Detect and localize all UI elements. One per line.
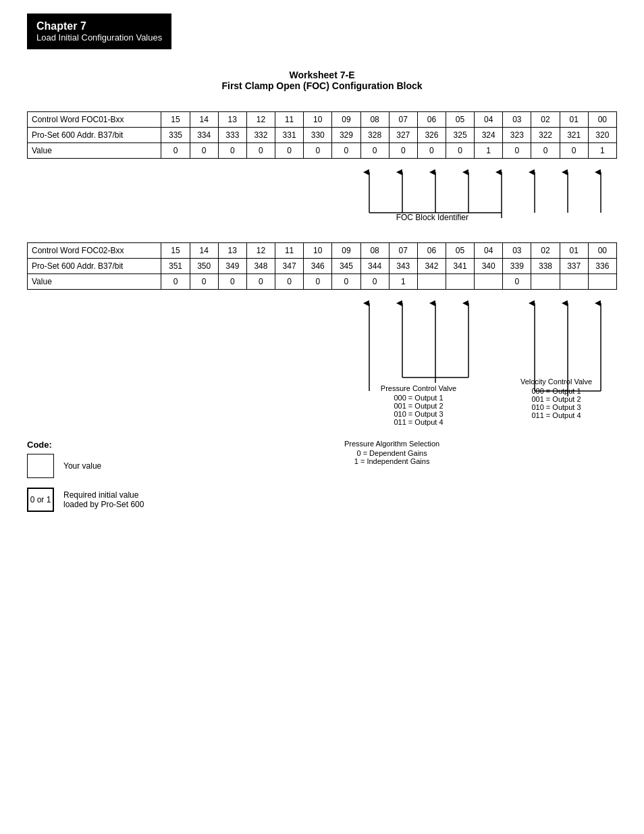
chapter-title: Load Initial Configuration Values: [36, 32, 162, 43]
val-0-09: 0: [332, 143, 360, 159]
val-0-01: 0: [560, 143, 588, 159]
t2-col-00: 00: [588, 243, 616, 259]
annotations-row: Pressure Control Valve 000 = Output 1 00…: [27, 398, 617, 426]
t2-addr-349: 349: [218, 259, 246, 274]
velocity-control-valve-annotation: Velocity Control Valve 000 = Output 1 00…: [495, 377, 617, 426]
addr-327: 327: [389, 128, 417, 143]
col-09: 09: [332, 112, 360, 128]
t2-col-15: 15: [161, 243, 190, 259]
addr-330: 330: [304, 128, 332, 143]
col-07: 07: [389, 112, 417, 128]
t2-addr-351: 351: [161, 259, 190, 274]
t2-col-04: 04: [475, 243, 503, 259]
pcv-item-0: 000 = Output 1: [358, 394, 479, 402]
table2-header-row: Control Word FOC02-Bxx 15 14 13 12 11 10…: [28, 243, 617, 259]
t2-val-00: [588, 274, 616, 290]
chapter-header: Chapter 7 Load Initial Configuration Val…: [27, 14, 171, 49]
table2-section: Control Word FOC02-Bxx 15 14 13 12 11 10…: [27, 242, 617, 426]
val-0-07: 0: [389, 143, 417, 159]
code-box-01-text: 0 or 1: [30, 495, 51, 504]
pressure-algo-item-1: 1 = Independent Gains: [344, 457, 439, 465]
t2-val-10: 0: [304, 274, 332, 290]
pcv-item-2: 010 = Output 3: [358, 410, 479, 418]
code-desc-1-line2: loaded by Pro-Set 600: [63, 500, 144, 509]
addr-324: 324: [475, 128, 503, 143]
code-desc-0: Your value: [63, 461, 101, 471]
bottom-row: Code: Your value 0 or 1 Required initial…: [27, 440, 617, 512]
t2-col-14: 14: [190, 243, 218, 259]
val-0-03: 0: [503, 143, 531, 159]
addr-333: 333: [218, 128, 246, 143]
vcv-item-1: 001 = Output 2: [495, 395, 617, 403]
table1-value-row: Value 0 0 0 0 0 0 0 0 0 0 0 1 0 0 0 1: [28, 143, 617, 159]
val-0-08: 0: [360, 143, 389, 159]
t2-addr-342: 342: [417, 259, 446, 274]
t2-col-06: 06: [417, 243, 446, 259]
t2-col-12: 12: [246, 243, 275, 259]
table1-header-label: Control Word FOC01-Bxx: [28, 112, 161, 128]
code-desc-1: Required initial value loaded by Pro-Set…: [63, 490, 144, 509]
pcv-title: Pressure Control Valve: [358, 384, 479, 392]
val-0-13: 0: [218, 143, 246, 159]
t2-val-09: 0: [332, 274, 360, 290]
t2-addr-347: 347: [275, 259, 304, 274]
val-0-11: 0: [275, 143, 304, 159]
pressure-algo-item-0: 0 = Dependent Gains: [344, 449, 439, 457]
t2-val-13: 0: [218, 274, 246, 290]
t2-col-02: 02: [531, 243, 560, 259]
code-desc-1-line1: Required initial value: [63, 490, 144, 500]
col-12: 12: [246, 112, 275, 128]
pcv-item-1: 001 = Output 2: [358, 402, 479, 410]
table2-value-row: Value 0 0 0 0 0 0 0 0 1 0: [28, 274, 617, 290]
val-0-12: 0: [246, 143, 275, 159]
addr-325: 325: [446, 128, 474, 143]
table2-value-label: Value: [28, 274, 161, 290]
t2-addr-339: 339: [503, 259, 531, 274]
code-box-01: 0 or 1: [27, 488, 54, 512]
col-13: 13: [218, 112, 246, 128]
code-label: Code:: [27, 440, 189, 450]
t2-addr-345: 345: [332, 259, 360, 274]
val-1-04: 1: [475, 143, 503, 159]
config-table-2: Control Word FOC02-Bxx 15 14 13 12 11 10…: [27, 242, 617, 290]
addr-332: 332: [246, 128, 275, 143]
table1-value-label: Value: [28, 143, 161, 159]
table2-addr-label: Pro-Set 600 Addr. B37/bit: [28, 259, 161, 274]
pressure-algo-title: Pressure Algorithm Selection: [344, 440, 439, 448]
t2-addr-348: 348: [246, 259, 275, 274]
t2-col-05: 05: [446, 243, 474, 259]
t2-col-09: 09: [332, 243, 360, 259]
t2-val-14: 0: [190, 274, 218, 290]
code-box-blank: [27, 454, 54, 478]
addr-328: 328: [360, 128, 389, 143]
t2-col-07: 07: [389, 243, 417, 259]
t2-addr-341: 341: [446, 259, 474, 274]
addr-331: 331: [275, 128, 304, 143]
addr-334: 334: [190, 128, 218, 143]
val-0-05: 0: [446, 143, 474, 159]
t2-val-11: 0: [275, 274, 304, 290]
t2-val-15: 0: [161, 274, 190, 290]
addr-335: 335: [161, 128, 190, 143]
table2-addr-row: Pro-Set 600 Addr. B37/bit 351 350 349 34…: [28, 259, 617, 274]
val-0-06: 0: [417, 143, 446, 159]
table1-addr-row: Pro-Set 600 Addr. B37/bit 335 334 333 33…: [28, 128, 617, 143]
addr-322: 322: [531, 128, 560, 143]
table1-arrows-svg: [27, 165, 617, 219]
code-item-1: 0 or 1 Required initial value loaded by …: [27, 488, 189, 512]
table1-header-row: Control Word FOC01-Bxx 15 14 13 12 11 10…: [28, 112, 617, 128]
t2-addr-346: 346: [304, 259, 332, 274]
val-1-00: 1: [588, 143, 616, 159]
table1-addr-label: Pro-Set 600 Addr. B37/bit: [28, 128, 161, 143]
t2-addr-350: 350: [190, 259, 218, 274]
t2-val-02: [531, 274, 560, 290]
col-02: 02: [531, 112, 560, 128]
t2-val-01: [560, 274, 588, 290]
col-01: 01: [560, 112, 588, 128]
col-08: 08: [360, 112, 389, 128]
vcv-item-2: 010 = Output 3: [495, 403, 617, 411]
addr-321: 321: [560, 128, 588, 143]
col-10: 10: [304, 112, 332, 128]
t2-addr-340: 340: [475, 259, 503, 274]
t2-col-10: 10: [304, 243, 332, 259]
